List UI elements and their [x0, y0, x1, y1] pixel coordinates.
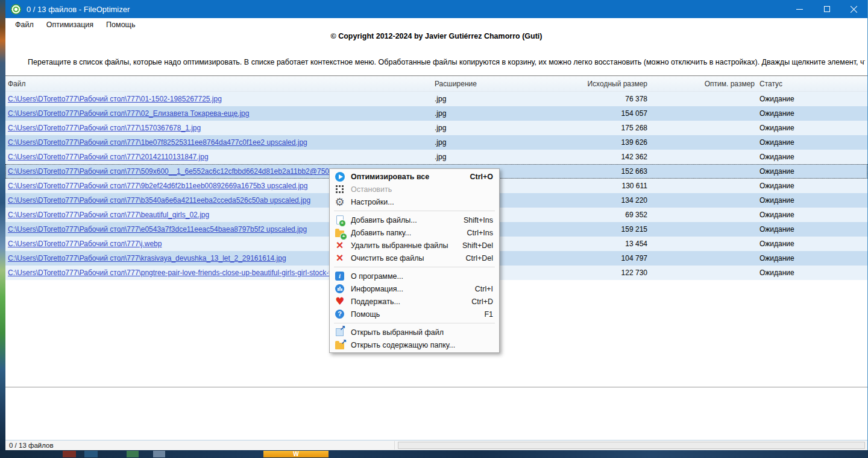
minimize-icon — [796, 9, 803, 10]
window-title: 0 / 13 файлов - FileOptimizer — [27, 5, 130, 14]
close-button[interactable] — [840, 0, 867, 18]
context-menu-item[interactable]: О программе... — [330, 270, 499, 282]
cell-original-size: 134 220 — [521, 196, 647, 205]
delete-selected-icon — [336, 240, 344, 251]
context-menu-item[interactable]: Настройки... — [330, 196, 499, 208]
cell-file: C:\Users\DToretto777\Рабочий стол\777\15… — [5, 124, 430, 132]
column-header-size[interactable]: Исходный размер — [521, 80, 647, 88]
cell-original-size: 154 057 — [521, 109, 647, 118]
file-link[interactable]: C:\Users\DToretto777\Рабочий стол\777\e0… — [8, 225, 307, 234]
cell-status: Ожидание — [755, 124, 867, 132]
progress-bar — [398, 442, 865, 449]
cell-status: Ожидание — [755, 182, 867, 190]
close-icon — [850, 5, 858, 13]
column-header-ext[interactable]: Расширение — [430, 80, 521, 88]
cell-original-size: 104 797 — [521, 254, 647, 262]
clear-all-icon — [336, 253, 344, 264]
table-row[interactable]: C:\Users\DToretto777\Рабочий стол\777\02… — [5, 106, 867, 121]
cell-original-size: 159 215 — [521, 225, 647, 234]
menubar-item-file[interactable]: Файл — [9, 21, 40, 29]
cell-file: C:\Users\DToretto777\Рабочий стол\777\02… — [5, 109, 430, 118]
menu-item-label: Очистить все файлы — [351, 254, 454, 262]
menu-item-label: Остановить — [351, 185, 482, 194]
menu-item-label: О программе... — [351, 272, 482, 281]
minimize-button[interactable] — [786, 0, 813, 18]
menu-item-shortcut: F1 — [484, 310, 493, 319]
cell-status: Ожидание — [755, 254, 867, 262]
column-header-status[interactable]: Статус — [755, 80, 867, 88]
table-row[interactable]: C:\Users\DToretto777\Рабочий стол\777\1b… — [5, 135, 867, 150]
file-link[interactable]: C:\Users\DToretto777\Рабочий стол\777\pn… — [8, 269, 360, 277]
column-header-file[interactable]: Файл — [5, 80, 430, 88]
context-menu-item[interactable]: Оптимизировать всеCtrl+O — [330, 170, 499, 183]
context-menu-item[interactable]: Открыть выбранный файл — [330, 326, 499, 339]
file-link[interactable]: C:\Users\DToretto777\Рабочий стол\777\9b… — [8, 182, 307, 190]
menu-item-shortcut: Ctrl+Del — [466, 254, 494, 262]
cell-status: Ожидание — [755, 269, 867, 277]
menu-item-label: Оптимизировать все — [351, 173, 458, 181]
cell-status: Ожидание — [755, 167, 867, 176]
about-icon — [335, 272, 344, 281]
menu-separator — [334, 211, 495, 211]
menu-item-shortcut: Shift+Ins — [464, 216, 493, 224]
cell-original-size: 13 454 — [521, 240, 647, 248]
menu-item-label: Удалить выбранные файлы — [351, 241, 451, 250]
table-row[interactable]: C:\Users\DToretto777\Рабочий стол\777\20… — [5, 150, 867, 164]
file-link[interactable]: C:\Users\DToretto777\Рабочий стол\777\j.… — [8, 240, 162, 248]
help-icon — [335, 310, 344, 319]
file-link[interactable]: C:\Users\DToretto777\Рабочий стол\777\15… — [8, 124, 201, 132]
add-files-icon — [336, 215, 344, 224]
file-link[interactable]: C:\Users\DToretto777\Рабочий стол\777\01… — [8, 95, 222, 103]
cell-status: Ожидание — [755, 153, 867, 161]
file-link[interactable]: C:\Users\DToretto777\Рабочий стол\777\be… — [8, 211, 209, 219]
add-folder-icon — [335, 231, 344, 237]
cell-original-size: 175 268 — [521, 124, 647, 132]
file-link[interactable]: C:\Users\DToretto777\Рабочий стол\777\kr… — [8, 254, 286, 262]
cell-status: Ожидание — [755, 211, 867, 219]
taskbar-icon — [84, 451, 98, 457]
context-menu: Оптимизировать всеCtrl+OОстановитьНастро… — [329, 168, 500, 353]
cell-original-size: 139 626 — [521, 138, 647, 147]
menu-bar: ФайлОптимизацияПомощь — [5, 18, 867, 31]
context-menu-item[interactable]: Удалить выбранные файлыShift+Del — [330, 239, 499, 252]
taskbar: W — [0, 450, 868, 458]
context-menu-item[interactable]: Открыть содержащую папку... — [330, 339, 499, 351]
context-menu-item[interactable]: Добавить папку...Ctrl+Ins — [330, 226, 499, 239]
file-link[interactable]: C:\Users\DToretto777\Рабочий стол\777\1b… — [8, 138, 307, 147]
information-icon — [335, 284, 344, 293]
menu-item-label: Открыть содержащую папку... — [351, 341, 482, 349]
menu-item-label: Помощь — [351, 310, 473, 319]
status-bar: 0 / 13 файлов — [5, 440, 867, 450]
context-menu-item[interactable]: ПомощьF1 — [330, 308, 499, 320]
fileoptimizer-logo-icon — [11, 4, 21, 14]
cell-extension: .jpg — [430, 138, 521, 147]
menubar-item-optimization[interactable]: Оптимизация — [40, 21, 99, 29]
maximize-button[interactable] — [813, 0, 840, 18]
menu-item-label: Поддержать... — [351, 297, 460, 306]
menu-item-shortcut: Ctrl+Ins — [467, 229, 493, 237]
context-menu-item[interactable]: Добавить файлы...Shift+Ins — [330, 214, 499, 226]
cell-extension: .jpg — [430, 153, 521, 161]
cell-file: C:\Users\DToretto777\Рабочий стол\777\20… — [5, 153, 430, 161]
cell-status: Ожидание — [755, 225, 867, 234]
instruction-text: Перетащите в список файлы, которые надо … — [28, 58, 865, 66]
menu-item-shortcut: Ctrl+O — [470, 173, 493, 181]
file-link[interactable]: C:\Users\DToretto777\Рабочий стол\777\50… — [8, 167, 364, 176]
cell-extension: .jpg — [430, 109, 521, 118]
menubar-item-help[interactable]: Помощь — [100, 21, 141, 29]
cell-extension: .jpg — [430, 124, 521, 132]
stop-icon — [336, 185, 344, 193]
context-menu-item[interactable]: Очистить все файлыCtrl+Del — [330, 252, 499, 264]
context-menu-item[interactable]: Информация...Ctrl+I — [330, 282, 499, 295]
table-row[interactable]: C:\Users\DToretto777\Рабочий стол\777\01… — [5, 92, 867, 106]
file-link[interactable]: C:\Users\DToretto777\Рабочий стол\777\02… — [8, 109, 249, 118]
table-row[interactable]: C:\Users\DToretto777\Рабочий стол\777\15… — [5, 121, 867, 135]
log-panel — [5, 387, 867, 440]
column-header-opt[interactable]: Оптим. размер — [647, 80, 755, 88]
donate-heart-icon — [335, 296, 344, 307]
file-link[interactable]: C:\Users\DToretto777\Рабочий стол\777\20… — [8, 153, 209, 161]
file-link[interactable]: C:\Users\DToretto777\Рабочий стол\777\b3… — [8, 196, 310, 205]
taskbar-icon — [127, 451, 139, 457]
context-menu-item[interactable]: Поддержать...Ctrl+D — [330, 295, 499, 308]
list-header: ФайлРасширениеИсходный размерОптим. разм… — [5, 76, 867, 92]
